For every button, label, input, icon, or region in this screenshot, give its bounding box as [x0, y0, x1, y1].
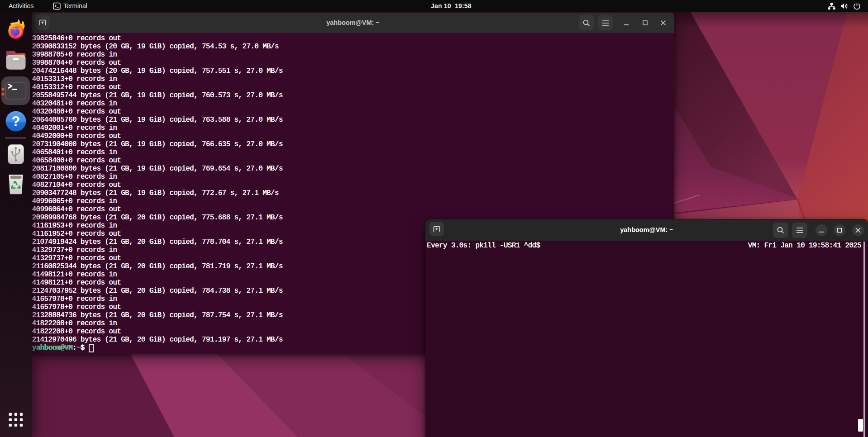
- svg-text:?: ?: [12, 114, 20, 129]
